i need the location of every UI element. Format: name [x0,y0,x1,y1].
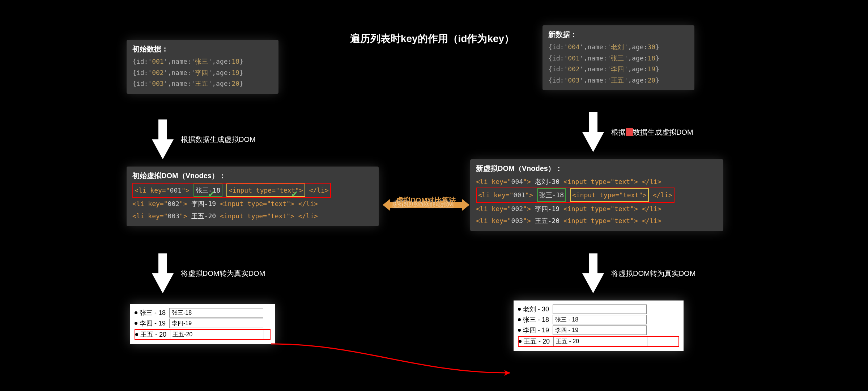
left-arrow-1-label: 根据数据生成虚拟DOM [181,135,256,144]
real-label: 老刘 - 30 [523,305,549,314]
data-row: {id:'003',name:'王五',age:20} [548,75,689,86]
bullet-icon [135,322,137,325]
real-dom-row: 李四 - 19 [518,325,679,335]
right-data-heading: 新数据： [548,30,689,39]
real-label: 王五 - 20 [524,337,550,346]
real-input[interactable] [170,330,264,339]
right-vnode-panel: 新虚拟DOM（Vnodes）： <li key="004"> 老刘-30 <in… [470,159,723,231]
right-arrow-1-label: 根据 数据生成虚拟DOM [611,127,693,137]
real-input[interactable] [553,315,647,324]
real-input[interactable] [169,319,263,328]
right-vnode-heading: 新虚拟DOM（Vnodes）： [476,164,718,173]
data-row: {id:'003',name:'王五',age:20} [132,78,273,89]
diagram-title: 遍历列表时key的作用（id作为key） [350,32,514,46]
left-vnode-panel: 初始虚拟DOM（Vnodes）： <li key="001"> 张三-18 <i… [127,167,379,226]
connector-curve [271,329,517,380]
real-label: 张三 - 18 [140,308,166,317]
bullet-icon [135,311,137,314]
data-row: {id:'001',name:'张三',age:18} [548,53,689,64]
right-arrow-2-label: 将虚拟DOM转为真实DOM [611,269,695,278]
real-dom-row: 老刘 - 30 [518,304,679,314]
vnode-row: <li key="002"> 李四-19 <input type="text">… [476,203,718,215]
data-row: {id:'001',name:'张三',age:18} [132,56,273,67]
real-label: 李四 - 19 [140,319,166,328]
vnode-row: <li key="001"> 张三-18 <input type="text">… [132,183,373,198]
right-data-panel: 新数据： {id:'004',name:'老刘',age:30}{id:'001… [542,25,694,90]
real-label: 李四 - 19 [523,326,549,335]
real-input[interactable] [169,308,263,318]
data-row: {id:'004',name:'老刘',age:30} [548,42,689,53]
data-row: {id:'002',name:'李四',age:19} [548,64,689,75]
real-dom-row: 张三 - 18 [518,315,679,324]
left-vnode-heading: 初始虚拟DOM（Vnodes）： [132,171,373,181]
right-arrow-2: 将虚拟DOM转为真实DOM [582,253,695,293]
real-dom-row: 王五 - 20 [518,336,679,347]
right-real-panel: 老刘 - 30张三 - 18李四 - 19王五 - 20 [514,300,684,351]
vnode-row: <li key="004"> 老刘-30 <input type="text">… [476,176,718,188]
real-dom-row: 张三 - 18 [135,308,271,318]
left-arrow-2: 将虚拟DOM转为真实DOM [152,253,265,293]
real-label: 王五 - 20 [140,330,166,339]
vnode-row: <li key="001"> 张三-18 <input type="text">… [476,188,718,202]
real-dom-row: 王五 - 20 [135,329,271,340]
bullet-icon [519,340,522,343]
right-arrow-1: 根据 数据生成虚拟DOM [582,112,693,152]
bullet-icon [135,333,138,336]
real-input[interactable] [553,337,647,346]
vnode-row: <li key="003"> 王五-20 <input type="text">… [132,210,373,222]
vnode-row: <li key="003"> 王五-20 <input type="text">… [476,215,718,227]
real-input[interactable] [553,325,647,335]
bullet-icon [518,329,521,332]
bullet-icon [518,308,521,311]
left-real-panel: 张三 - 18李四 - 19王五 - 20 [130,304,275,344]
diff-text-overlay: 虚拟DOM对比算法 [393,199,453,209]
real-label: 张三 - 18 [523,315,549,324]
left-arrow-1: 根据数据生成虚拟DOM [152,119,256,159]
real-dom-row: 李四 - 19 [135,319,271,328]
left-arrow-2-label: 将虚拟DOM转为真实DOM [181,269,265,278]
data-row: {id:'002',name:'李四',age:19} [132,67,273,79]
left-data-panel: 初始数据： {id:'001',name:'张三',age:18}{id:'00… [127,40,278,94]
real-input[interactable] [553,304,647,314]
left-data-heading: 初始数据： [132,44,273,54]
bullet-icon [518,318,521,321]
vnode-row: <li key="002"> 李四-19 <input type="text">… [132,198,373,210]
